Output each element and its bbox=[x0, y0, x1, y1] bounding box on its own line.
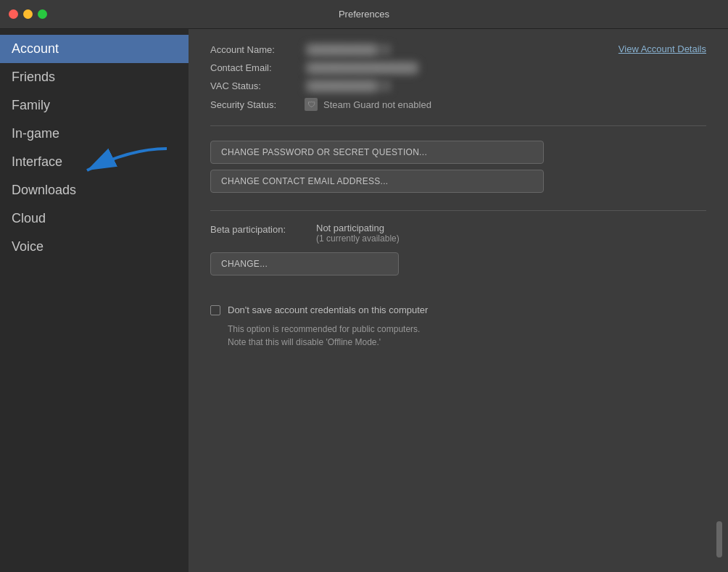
contact-email-row: Contact Email: ████████████████ bbox=[210, 62, 706, 74]
divider-1 bbox=[210, 125, 706, 126]
dont-save-credentials-checkbox[interactable] bbox=[210, 305, 220, 315]
credentials-description: This option is recommended for public co… bbox=[228, 323, 706, 349]
account-name-label: Account Name: bbox=[210, 44, 305, 55]
sidebar-item-family[interactable]: Family bbox=[0, 91, 189, 120]
window-controls[interactable] bbox=[9, 9, 47, 19]
window-title: Preferences bbox=[339, 9, 389, 20]
view-account-details-link[interactable]: View Account Details bbox=[619, 43, 706, 54]
security-status-text: Steam Guard not enabled bbox=[323, 99, 431, 110]
maximize-button[interactable] bbox=[38, 9, 47, 19]
vac-status-value: ██████████ bbox=[305, 80, 392, 92]
beta-change-button[interactable]: CHANGE... bbox=[210, 252, 399, 275]
beta-status: Not participating bbox=[316, 223, 400, 233]
sidebar-item-downloads[interactable]: Downloads bbox=[0, 176, 189, 204]
sidebar-label-downloads: Downloads bbox=[12, 183, 76, 198]
sidebar-item-cloud[interactable]: Cloud bbox=[0, 204, 189, 233]
sidebar-label-interface: Interface bbox=[12, 154, 62, 170]
title-bar: Preferences bbox=[0, 0, 728, 29]
security-status-value: 🛡 Steam Guard not enabled bbox=[305, 98, 431, 111]
content-area: View Account Details Account Name: █████… bbox=[189, 29, 728, 572]
sidebar-label-ingame: In-game bbox=[12, 126, 59, 141]
sidebar-label-friends: Friends bbox=[12, 70, 55, 85]
sidebar-item-voice[interactable]: Voice bbox=[0, 233, 189, 261]
vac-status-row: VAC Status: ██████████ bbox=[210, 80, 706, 92]
sidebar-label-family: Family bbox=[12, 98, 50, 113]
minimize-button[interactable] bbox=[23, 9, 33, 19]
beta-value: Not participating (1 currently available… bbox=[316, 223, 400, 244]
credentials-desc-line2: Note that this will disable 'Offline Mod… bbox=[228, 336, 706, 349]
contact-email-value: ████████████████ bbox=[305, 62, 420, 74]
security-status-row: Security Status: 🛡 Steam Guard not enabl… bbox=[210, 98, 706, 111]
sidebar-label-account: Account bbox=[12, 41, 59, 57]
sidebar: Account Friends Family In-game Interface… bbox=[0, 29, 189, 572]
sidebar-label-cloud: Cloud bbox=[12, 211, 46, 226]
close-button[interactable] bbox=[9, 9, 18, 19]
change-email-button[interactable]: CHANGE CONTACT EMAIL ADDRESS... bbox=[210, 170, 544, 193]
checkbox-section: Don't save account credentials on this c… bbox=[210, 293, 706, 349]
change-password-button[interactable]: CHANGE PASSWORD OR SECRET QUESTION... bbox=[210, 141, 544, 164]
vac-status-label: VAC Status: bbox=[210, 80, 305, 91]
contact-email-label: Contact Email: bbox=[210, 62, 305, 73]
main-layout: Account Friends Family In-game Interface… bbox=[0, 29, 728, 572]
scroll-handle[interactable] bbox=[716, 521, 722, 558]
beta-participation-row: Beta participation: Not participating (1… bbox=[210, 223, 706, 244]
beta-section: Beta participation: Not participating (1… bbox=[210, 210, 706, 275]
dont-save-credentials-label: Don't save account credentials on this c… bbox=[228, 304, 428, 315]
beta-sub-status: (1 currently available) bbox=[316, 233, 400, 244]
sidebar-item-interface[interactable]: Interface bbox=[0, 148, 189, 176]
credentials-checkbox-row: Don't save account credentials on this c… bbox=[210, 304, 706, 315]
security-status-label: Security Status: bbox=[210, 99, 305, 110]
shield-icon: 🛡 bbox=[305, 98, 318, 111]
sidebar-item-friends[interactable]: Friends bbox=[0, 63, 189, 91]
account-name-value: ██████████ bbox=[305, 43, 392, 56]
sidebar-label-voice: Voice bbox=[12, 239, 44, 254]
sidebar-item-ingame[interactable]: In-game bbox=[0, 120, 189, 148]
beta-label: Beta participation: bbox=[210, 223, 305, 235]
credentials-desc-line1: This option is recommended for public co… bbox=[228, 323, 706, 336]
sidebar-item-account[interactable]: Account bbox=[0, 35, 189, 63]
